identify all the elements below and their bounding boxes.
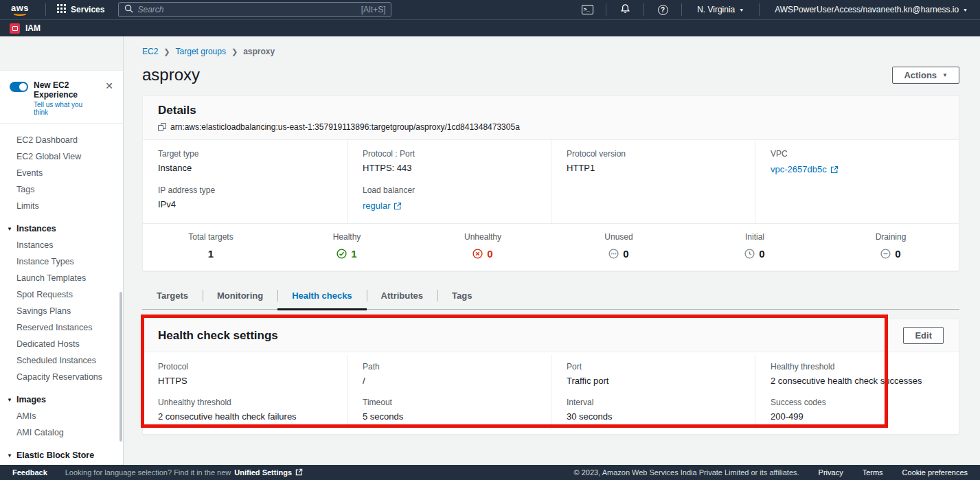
sidebar-item-scheduled-instances[interactable]: Scheduled Instances xyxy=(0,352,123,369)
actions-button[interactable]: Actions ▼ xyxy=(892,67,959,84)
region-selector[interactable]: N. Virginia ▼ xyxy=(692,5,749,14)
iam-shortcut[interactable]: IAM xyxy=(25,23,41,33)
sidebar-item-amis[interactable]: AMIs xyxy=(0,408,123,424)
sidebar-item-dedicated-hosts[interactable]: Dedicated Hosts xyxy=(0,336,123,352)
draining-count: 0 xyxy=(895,248,900,260)
sidebar-item-savings-plans[interactable]: Savings Plans xyxy=(0,303,123,319)
new-experience-title: New EC2 Experience xyxy=(34,80,97,100)
privacy-link[interactable]: Privacy xyxy=(819,468,843,477)
account-menu[interactable]: AWSPowerUserAccess/navaneeth.kn@harness.… xyxy=(769,5,973,14)
topbar-divider xyxy=(759,3,760,16)
protocol-port-value: HTTPS: 443 xyxy=(363,163,536,173)
topbar-divider xyxy=(45,3,46,16)
global-search[interactable]: [Alt+S] xyxy=(118,2,391,17)
health-check-settings-title: Health check settings xyxy=(158,329,278,343)
sidebar-item-events[interactable]: Events xyxy=(0,165,123,181)
breadcrumb: EC2 ❯ Target groups ❯ asproxy xyxy=(142,47,959,56)
copyright-text: © 2023, Amazon Web Services India Privat… xyxy=(574,468,799,477)
search-input[interactable] xyxy=(137,5,356,14)
unused-count: 0 xyxy=(623,248,628,260)
sidebar-item-instance-types[interactable]: Instance Types xyxy=(0,253,123,270)
ec2-sidebar: New EC2 Experience Tell us what you thin… xyxy=(0,36,124,465)
sidebar-item-instances[interactable]: Instances xyxy=(0,237,123,253)
sidebar-item-ami-catalog[interactable]: AMI Catalog xyxy=(0,424,123,441)
cloudshell-button[interactable]: >_ xyxy=(578,2,596,17)
copy-icon[interactable] xyxy=(158,123,166,131)
sidebar-item-limits[interactable]: Limits xyxy=(0,198,123,214)
close-icon[interactable]: ✕ xyxy=(102,80,116,91)
sidebar-item-ec2-global-view[interactable]: EC2 Global View xyxy=(0,148,123,165)
feedback-link[interactable]: Feedback xyxy=(12,468,47,477)
sidebar-item-capacity-reservations[interactable]: Capacity Reservations xyxy=(0,369,123,385)
load-balancer-link[interactable]: regular xyxy=(363,201,402,211)
topbar-divider xyxy=(643,3,644,16)
unhealthy-label: Unhealthy xyxy=(464,232,501,242)
target-group-arn: arn:aws:elasticloadbalancing:us-east-1:3… xyxy=(170,122,520,132)
draining-label: Draining xyxy=(876,232,907,242)
chevron-down-icon: ▼ xyxy=(7,226,12,232)
tab-attributes[interactable]: Attributes xyxy=(367,284,437,309)
sidebar-scrollbar[interactable] xyxy=(119,292,122,442)
total-targets-label: Total targets xyxy=(188,232,233,242)
sidebar-item-reserved-instances[interactable]: Reserved Instances xyxy=(0,319,123,336)
details-panel: Details arn:aws:elasticloadbalancing:us-… xyxy=(142,95,959,271)
breadcrumb-ec2[interactable]: EC2 xyxy=(142,47,158,56)
details-title: Details xyxy=(158,104,944,117)
initial-count: 0 xyxy=(759,248,764,260)
search-icon xyxy=(124,3,133,16)
hc-path-value: / xyxy=(363,376,536,386)
tab-tags[interactable]: Tags xyxy=(437,284,486,309)
bell-icon xyxy=(620,3,630,16)
sidebar-item-tags[interactable]: Tags xyxy=(0,181,123,198)
new-experience-toggle[interactable] xyxy=(10,82,28,92)
field-label: Target type xyxy=(158,149,332,159)
chevron-right-icon: ❯ xyxy=(231,47,238,56)
topbar-divider xyxy=(681,3,682,16)
sidebar-item-spot-requests[interactable]: Spot Requests xyxy=(0,286,123,303)
healthy-label: Healthy xyxy=(333,232,361,242)
aws-logo-text: aws xyxy=(11,4,29,12)
chevron-down-icon: ▼ xyxy=(739,8,744,12)
cookie-preferences-link[interactable]: Cookie preferences xyxy=(902,468,968,477)
chevron-right-icon: ❯ xyxy=(163,47,170,56)
terms-link[interactable]: Terms xyxy=(863,468,883,477)
external-link-icon xyxy=(394,202,402,210)
breadcrumb-target-groups[interactable]: Target groups xyxy=(176,47,226,56)
sidebar-section-ebs[interactable]: ▼ Elastic Block Store xyxy=(0,447,123,464)
sidebar-section-images[interactable]: ▼ Images xyxy=(0,391,123,408)
iam-service-icon xyxy=(10,23,20,34)
sidebar-nav: EC2 Dashboard EC2 Global View Events Tag… xyxy=(0,124,123,465)
console-footer: Feedback Looking for language selection?… xyxy=(0,465,980,480)
external-link-icon xyxy=(295,468,303,477)
hc-success-codes-value: 200-499 xyxy=(771,411,944,422)
tab-targets[interactable]: Targets xyxy=(142,284,203,309)
vpc-link[interactable]: vpc-2657db5c xyxy=(771,164,839,174)
cloudshell-terminal-icon: >_ xyxy=(582,5,593,14)
language-note: Looking for language selection? Find it … xyxy=(65,468,303,477)
notifications-button[interactable] xyxy=(616,2,634,17)
field-label: Protocol xyxy=(158,362,332,372)
external-link-icon xyxy=(830,165,839,174)
sidebar-item-volumes[interactable]: Volumes xyxy=(0,464,123,465)
edit-button[interactable]: Edit xyxy=(903,327,944,344)
services-grid-icon xyxy=(57,4,66,15)
field-label: Load balancer xyxy=(363,185,536,195)
health-check-settings-panel: Health check settings Edit Protocol HTTP… xyxy=(142,319,959,435)
aws-logo[interactable]: aws xyxy=(11,4,29,16)
details-header: Details arn:aws:elasticloadbalancing:us-… xyxy=(143,96,959,140)
hc-timeout-value: 5 seconds xyxy=(363,411,536,422)
sidebar-item-launch-templates[interactable]: Launch Templates xyxy=(0,270,123,286)
tab-health-checks[interactable]: Health checks xyxy=(277,284,366,309)
unified-settings-link[interactable]: Unified Settings xyxy=(234,468,292,477)
help-button[interactable]: ? xyxy=(654,2,672,17)
chevron-down-icon: ▼ xyxy=(963,8,968,12)
field-label: Timeout xyxy=(363,398,536,407)
clock-circle-icon xyxy=(744,249,755,259)
tell-us-link[interactable]: Tell us what you think xyxy=(34,101,97,116)
tab-monitoring[interactable]: Monitoring xyxy=(203,284,277,309)
page-title: asproxy xyxy=(142,65,200,84)
health-check-grid: Protocol HTTPS Unhealthy threshold 2 con… xyxy=(143,352,959,434)
services-menu-button[interactable]: Services xyxy=(53,4,109,15)
sidebar-section-instances[interactable]: ▼ Instances xyxy=(0,220,123,237)
sidebar-item-ec2-dashboard[interactable]: EC2 Dashboard xyxy=(0,132,123,148)
